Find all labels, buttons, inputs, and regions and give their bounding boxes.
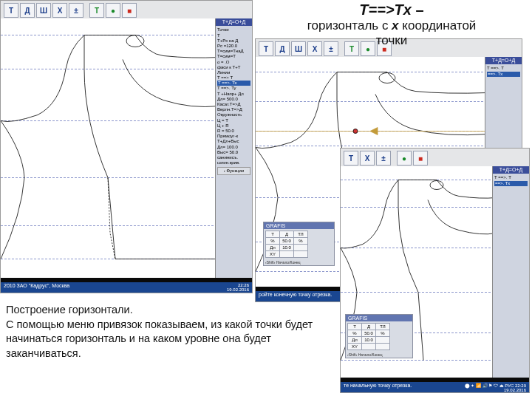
status-msg: ройте конечную точку отрезка. [259,292,332,301]
panel-header: Т+Д=О+Д [493,166,529,174]
toolbar: Т Д Ш Х ± Т ● ■ [1,1,252,21]
drawing-canvas[interactable] [1,18,219,278]
panel-header: Т+Д=О+Д [485,57,522,64]
palette-title: GRAFIS [346,315,412,321]
palette-grid[interactable]: ТДТЛ %50.0% Дл10.0 XY [265,231,308,258]
right-panel: Т+Д=О+Д ТочкиТ Т+Рс на ДРс =120.0 Т=сим=… [215,18,252,278]
status-bar: 2010 ЗАО "Кадрус", Москва 22:2619.02.201… [1,282,252,293]
pattern-svg [1,18,219,278]
selected-command[interactable]: Т ==>. Тх [217,81,250,86]
tool-btn[interactable]: ± [376,151,391,166]
tool-btn[interactable]: Т [344,151,358,166]
selected-command[interactable]: ==>. Тх [487,72,520,77]
svg-point-15 [353,129,358,134]
copyright: 2010 ЗАО "Кадрус", Москва [4,283,69,292]
toolbar: Т Х ± ● ■ [341,149,529,168]
tool-btn[interactable]: ● [397,151,412,166]
tool-btn[interactable]: Х [360,151,375,166]
tool-btn[interactable]: Ш [36,3,51,18]
function-name: T==>Tx [359,1,412,18]
snap-palette[interactable]: GRAFIS ТДТЛ %50.0% Дл10.0 XY ‹Shift› Нач… [263,222,335,266]
panel-header: Т+Д=О+Д [216,18,252,26]
slide-heading: T==>Tx – горизонталь с х координатой точ… [259,1,525,48]
snap-palette[interactable]: GRAFIS ТДТЛ %50.0% Дл10.0 XY ‹Shift› Нач… [345,314,413,358]
stop-btn[interactable]: ■ [413,151,428,166]
functions-button[interactable]: ‹ Функции [217,167,250,175]
slide-caption: Построение горизонтали. С помощью меню п… [6,303,346,361]
screenshot-3: Т Х ± ● ■ GRAFIS ТДТЛ [340,148,530,393]
screenshot-1: Т Д Ш Х ± Т ● ■ [0,0,253,293]
right-panel: Т+Д=О+Д Т ==>. Т ==>. Тх [492,166,529,378]
tool-btn[interactable]: Т [4,3,18,18]
status-bar: те начальную точку отрезка. ⬤ ✦ 📶 🔊 ⚑ 🛡 … [341,382,529,392]
status-msg: те начальную точку отрезка. [344,383,412,392]
tool-btn[interactable]: Х [52,3,67,18]
svg-point-14 [379,73,395,83]
palette-title: GRAFIS [264,222,334,229]
tool-btn[interactable]: Д [20,3,35,18]
palette-hint: ‹Shift› Начало/Конец [264,259,334,265]
selected-command[interactable]: ==>. Тх [494,181,528,186]
palette-hint: ‹Shift› Начало/Конец [346,352,412,358]
svg-point-22 [430,181,443,190]
tool-btn[interactable]: ± [69,3,83,18]
svg-point-6 [126,35,144,47]
stop-btn[interactable]: ■ [122,3,137,18]
tool-btn[interactable]: Т [89,3,104,18]
drawing-canvas[interactable]: GRAFIS ТДТЛ %50.0% Дл10.0 XY ‹Shift› Нач… [341,166,496,378]
tool-btn[interactable]: ● [106,3,120,18]
palette-grid[interactable]: ТДТЛ %50.0% Дл10.0 XY [347,323,390,350]
